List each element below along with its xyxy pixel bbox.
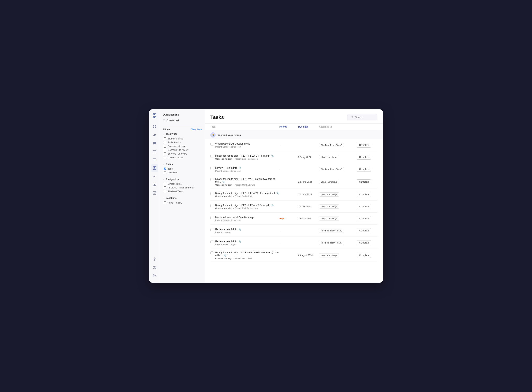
- filter-todo[interactable]: Todo: [163, 167, 202, 171]
- surveys-review-checkbox[interactable]: [164, 153, 166, 155]
- task-sub-9: Consent - to sign – Patient: Docu Seal: [215, 257, 279, 260]
- complete-checkbox[interactable]: [164, 171, 166, 174]
- complete-btn-3[interactable]: Complete: [357, 179, 371, 184]
- assigned-6: Lloyd Humphreys: [319, 217, 357, 221]
- svg-point-15: [154, 259, 155, 260]
- task-sub-1: Consent - to sign – Patient: Emil Rasmus…: [215, 158, 279, 160]
- search-box[interactable]: Search: [347, 114, 377, 121]
- all-teams-checkbox[interactable]: [164, 186, 166, 189]
- assigned-toggle[interactable]: ▼ Assigned to: [163, 178, 202, 181]
- todo-checkbox[interactable]: [164, 168, 166, 170]
- task-checkbox-0[interactable]: [210, 143, 213, 146]
- logout-icon[interactable]: [151, 272, 158, 280]
- svg-rect-0: [153, 125, 154, 126]
- attachment-icon-3: 📎: [222, 181, 225, 183]
- standard-tasks-checkbox[interactable]: [164, 137, 166, 140]
- chart-icon[interactable]: [151, 173, 158, 180]
- status-toggle[interactable]: ▼ Status: [163, 163, 202, 165]
- col-action: [357, 126, 377, 128]
- assignee-badge-0: The Best Team (Team): [319, 143, 344, 147]
- complete-btn-1[interactable]: Complete: [357, 155, 371, 160]
- filter-title: Filters: [163, 128, 170, 131]
- filter-directly-to-me[interactable]: Directly to me: [163, 182, 202, 186]
- filter-consents-sign[interactable]: Consents - to sign: [163, 144, 202, 148]
- help-icon[interactable]: [151, 264, 158, 271]
- create-task-button[interactable]: ☐ Create task: [163, 118, 202, 122]
- filter-complete[interactable]: Complete: [163, 171, 202, 174]
- svg-rect-9: [153, 161, 156, 161]
- users-icon[interactable]: [151, 131, 158, 139]
- task-cell: Ready for you to sign: HFEA - HFEA MT Fo…: [210, 204, 279, 209]
- complete-btn-7[interactable]: Complete: [357, 228, 371, 233]
- task-sub-0: Patient: Jennifer Johanssen: [215, 146, 279, 148]
- best-team-checkbox[interactable]: [164, 190, 166, 193]
- task-checkbox-7[interactable]: [210, 228, 213, 231]
- complete-btn-8[interactable]: Complete: [357, 240, 371, 245]
- directly-me-checkbox[interactable]: [164, 183, 166, 185]
- filter-group-task-types: ▼ Task types Standard tasks Patient task…: [163, 133, 202, 159]
- task-checkbox-2[interactable]: [210, 167, 213, 170]
- task-cell: Ready for you to sign: DOCUSEAL HFEA WP …: [210, 251, 279, 260]
- task-checkbox-9[interactable]: [210, 252, 213, 254]
- task-cell: Review - Health info 📎 Patient: Isabella: [210, 228, 279, 233]
- complete-btn-6[interactable]: Complete: [357, 216, 371, 221]
- aspen-fertility-checkbox[interactable]: [164, 201, 166, 204]
- consents-review-checkbox[interactable]: [164, 149, 166, 151]
- filter-patient-tasks[interactable]: Patient tasks: [163, 140, 202, 144]
- task-name-3: Ready for you to sign: HFEA - WOC patien…: [215, 177, 279, 183]
- profile-icon[interactable]: [151, 181, 158, 188]
- filter-surveys-review[interactable]: Surveys - to review: [163, 152, 202, 156]
- task-checkbox-3[interactable]: [210, 178, 213, 181]
- due-date-5: 22 July 2024: [298, 205, 319, 208]
- day-one-report-checkbox[interactable]: [164, 156, 166, 159]
- clear-filters-button[interactable]: Clear filters: [190, 128, 202, 131]
- task-types-toggle[interactable]: ▼ Task types: [163, 133, 202, 135]
- chevron-icon: ▼: [163, 163, 165, 165]
- complete-btn-0[interactable]: Complete: [357, 143, 371, 148]
- task-checkbox-5[interactable]: [210, 204, 213, 207]
- svg-point-14: [154, 192, 154, 193]
- filter-consents-review[interactable]: Consents - to review: [163, 148, 202, 152]
- task-checkbox-4[interactable]: [210, 192, 213, 195]
- group-header: 🏃 You and your teams: [205, 130, 383, 139]
- filter-aspen-fertility[interactable]: Aspen Fertility: [163, 201, 202, 205]
- task-checkbox-1[interactable]: [210, 155, 213, 158]
- task-sub-3: Consent - to sign – Patient: Martha Evan…: [215, 184, 279, 186]
- consents-sign-checkbox[interactable]: [164, 145, 166, 148]
- quick-actions-title: Quick actions: [163, 113, 202, 116]
- attachment-icon-1: 📎: [271, 154, 274, 157]
- priority-7: -: [279, 229, 298, 232]
- calendar-icon[interactable]: [151, 148, 158, 155]
- settings-icon[interactable]: [151, 255, 158, 263]
- complete-btn-2[interactable]: Complete: [357, 167, 371, 172]
- chat-icon[interactable]: [151, 140, 158, 147]
- app-window: WAWA: [149, 109, 383, 283]
- priority-0: -: [279, 144, 298, 146]
- svg-point-18: [351, 116, 353, 118]
- complete-btn-5[interactable]: Complete: [357, 204, 371, 209]
- assigned-1: Lloyd Humphreys: [319, 155, 357, 159]
- gallery-icon[interactable]: [151, 189, 158, 197]
- dashboard-icon[interactable]: [151, 123, 158, 131]
- task-checkbox-8[interactable]: [210, 240, 213, 243]
- task-checkbox-6[interactable]: [210, 216, 213, 219]
- locations-toggle[interactable]: ▼ Locations: [163, 197, 202, 199]
- task-cell: Nurse follow-up - call Jennifer asap Pat…: [210, 216, 279, 221]
- card-icon[interactable]: [151, 156, 158, 163]
- assigned-9: Lloyd Humphreys: [319, 253, 357, 257]
- filter-day-one-report[interactable]: Day one report: [163, 156, 202, 159]
- filter-all-teams[interactable]: All teams I'm a member of: [163, 186, 202, 190]
- assignee-badge-1: Lloyd Humphreys: [319, 155, 339, 159]
- complete-btn-9[interactable]: Complete: [357, 253, 371, 258]
- filter-best-team[interactable]: The Best Team: [163, 190, 202, 193]
- complete-btn-4[interactable]: Complete: [357, 192, 371, 197]
- filter-standard-tasks[interactable]: Standard tasks: [163, 137, 202, 140]
- task-name-6: Nurse follow-up - call Jennifer asap: [215, 216, 279, 219]
- assignee-badge-8: The Best Team (Team): [319, 241, 344, 245]
- col-task: Task: [210, 126, 279, 128]
- tasks-icon[interactable]: [151, 164, 158, 172]
- patient-tasks-checkbox[interactable]: [164, 141, 166, 144]
- logo: WAWA: [153, 112, 156, 118]
- assignee-badge-2: The Best Team (Team): [319, 167, 344, 171]
- filter-group-status: ▼ Status Todo Complete: [163, 163, 202, 174]
